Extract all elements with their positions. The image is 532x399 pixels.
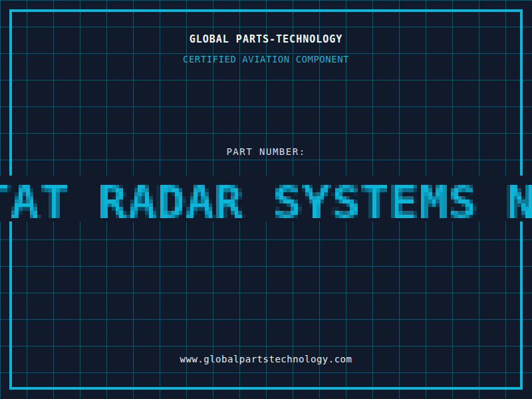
part-number-marquee xyxy=(0,176,532,221)
certificate-screen: GLOBAL PARTS-TECHNOLOGY CERTIFIED AVIATI… xyxy=(0,0,532,399)
part-number-label: PART NUMBER: xyxy=(0,146,532,157)
certification-subtitle: CERTIFIED AVIATION COMPONENT xyxy=(0,54,532,65)
website-url: www.globalpartstechnology.com xyxy=(0,354,532,364)
company-name: GLOBAL PARTS-TECHNOLOGY xyxy=(0,33,532,45)
marquee-pixel-text xyxy=(0,174,532,229)
